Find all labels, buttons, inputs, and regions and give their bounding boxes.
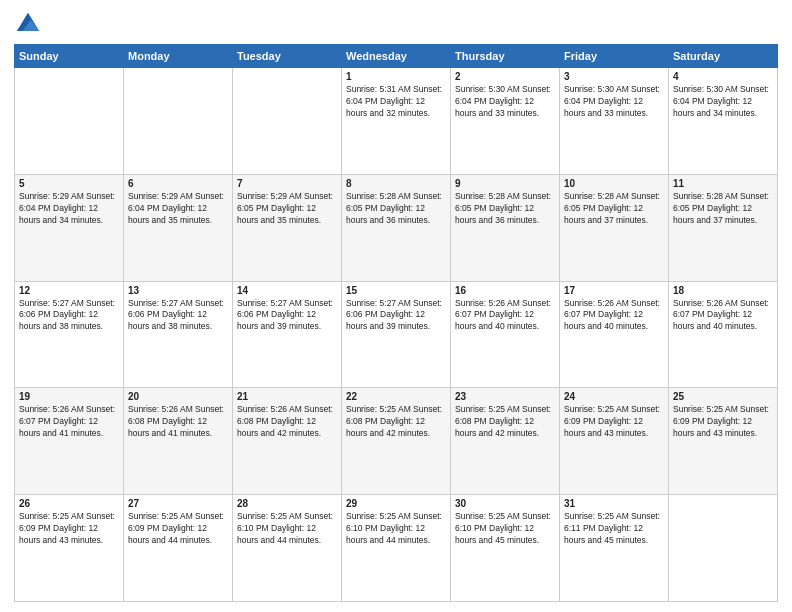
- day-header-tuesday: Tuesday: [233, 45, 342, 68]
- day-header-wednesday: Wednesday: [342, 45, 451, 68]
- day-number: 20: [128, 391, 228, 402]
- week-row-4: 19Sunrise: 5:26 AM Sunset: 6:07 PM Dayli…: [15, 388, 778, 495]
- day-number: 19: [19, 391, 119, 402]
- day-number: 29: [346, 498, 446, 509]
- day-cell: 17Sunrise: 5:26 AM Sunset: 6:07 PM Dayli…: [560, 281, 669, 388]
- day-info: Sunrise: 5:30 AM Sunset: 6:04 PM Dayligh…: [455, 84, 555, 120]
- day-cell: [15, 68, 124, 175]
- day-number: 5: [19, 178, 119, 189]
- calendar-table: SundayMondayTuesdayWednesdayThursdayFrid…: [14, 44, 778, 602]
- day-info: Sunrise: 5:26 AM Sunset: 6:07 PM Dayligh…: [564, 298, 664, 334]
- logo: [14, 10, 46, 38]
- day-number: 15: [346, 285, 446, 296]
- day-number: 12: [19, 285, 119, 296]
- day-number: 26: [19, 498, 119, 509]
- day-cell: 21Sunrise: 5:26 AM Sunset: 6:08 PM Dayli…: [233, 388, 342, 495]
- day-info: Sunrise: 5:25 AM Sunset: 6:09 PM Dayligh…: [19, 511, 119, 547]
- day-info: Sunrise: 5:31 AM Sunset: 6:04 PM Dayligh…: [346, 84, 446, 120]
- day-info: Sunrise: 5:26 AM Sunset: 6:07 PM Dayligh…: [455, 298, 555, 334]
- day-header-sunday: Sunday: [15, 45, 124, 68]
- day-info: Sunrise: 5:26 AM Sunset: 6:08 PM Dayligh…: [128, 404, 228, 440]
- day-number: 21: [237, 391, 337, 402]
- day-cell: 26Sunrise: 5:25 AM Sunset: 6:09 PM Dayli…: [15, 495, 124, 602]
- day-number: 2: [455, 71, 555, 82]
- day-cell: 27Sunrise: 5:25 AM Sunset: 6:09 PM Dayli…: [124, 495, 233, 602]
- day-header-friday: Friday: [560, 45, 669, 68]
- days-header-row: SundayMondayTuesdayWednesdayThursdayFrid…: [15, 45, 778, 68]
- day-info: Sunrise: 5:30 AM Sunset: 6:04 PM Dayligh…: [673, 84, 773, 120]
- day-number: 4: [673, 71, 773, 82]
- day-number: 31: [564, 498, 664, 509]
- day-info: Sunrise: 5:28 AM Sunset: 6:05 PM Dayligh…: [564, 191, 664, 227]
- day-info: Sunrise: 5:25 AM Sunset: 6:09 PM Dayligh…: [564, 404, 664, 440]
- day-info: Sunrise: 5:29 AM Sunset: 6:04 PM Dayligh…: [19, 191, 119, 227]
- day-number: 14: [237, 285, 337, 296]
- day-cell: 3Sunrise: 5:30 AM Sunset: 6:04 PM Daylig…: [560, 68, 669, 175]
- day-info: Sunrise: 5:27 AM Sunset: 6:06 PM Dayligh…: [19, 298, 119, 334]
- day-info: Sunrise: 5:29 AM Sunset: 6:05 PM Dayligh…: [237, 191, 337, 227]
- day-info: Sunrise: 5:27 AM Sunset: 6:06 PM Dayligh…: [346, 298, 446, 334]
- day-number: 25: [673, 391, 773, 402]
- page: SundayMondayTuesdayWednesdayThursdayFrid…: [0, 0, 792, 612]
- day-info: Sunrise: 5:25 AM Sunset: 6:08 PM Dayligh…: [346, 404, 446, 440]
- day-cell: 11Sunrise: 5:28 AM Sunset: 6:05 PM Dayli…: [669, 174, 778, 281]
- week-row-5: 26Sunrise: 5:25 AM Sunset: 6:09 PM Dayli…: [15, 495, 778, 602]
- day-cell: 6Sunrise: 5:29 AM Sunset: 6:04 PM Daylig…: [124, 174, 233, 281]
- day-header-thursday: Thursday: [451, 45, 560, 68]
- day-cell: 30Sunrise: 5:25 AM Sunset: 6:10 PM Dayli…: [451, 495, 560, 602]
- day-number: 1: [346, 71, 446, 82]
- day-cell: 31Sunrise: 5:25 AM Sunset: 6:11 PM Dayli…: [560, 495, 669, 602]
- day-info: Sunrise: 5:25 AM Sunset: 6:10 PM Dayligh…: [237, 511, 337, 547]
- day-number: 23: [455, 391, 555, 402]
- day-cell: 10Sunrise: 5:28 AM Sunset: 6:05 PM Dayli…: [560, 174, 669, 281]
- day-cell: 22Sunrise: 5:25 AM Sunset: 6:08 PM Dayli…: [342, 388, 451, 495]
- day-cell: [669, 495, 778, 602]
- day-cell: 28Sunrise: 5:25 AM Sunset: 6:10 PM Dayli…: [233, 495, 342, 602]
- day-number: 10: [564, 178, 664, 189]
- day-number: 28: [237, 498, 337, 509]
- day-cell: 2Sunrise: 5:30 AM Sunset: 6:04 PM Daylig…: [451, 68, 560, 175]
- day-info: Sunrise: 5:27 AM Sunset: 6:06 PM Dayligh…: [237, 298, 337, 334]
- day-info: Sunrise: 5:26 AM Sunset: 6:07 PM Dayligh…: [673, 298, 773, 334]
- day-cell: [124, 68, 233, 175]
- day-info: Sunrise: 5:28 AM Sunset: 6:05 PM Dayligh…: [455, 191, 555, 227]
- day-info: Sunrise: 5:25 AM Sunset: 6:10 PM Dayligh…: [455, 511, 555, 547]
- week-row-1: 1Sunrise: 5:31 AM Sunset: 6:04 PM Daylig…: [15, 68, 778, 175]
- day-info: Sunrise: 5:25 AM Sunset: 6:09 PM Dayligh…: [673, 404, 773, 440]
- day-number: 11: [673, 178, 773, 189]
- day-info: Sunrise: 5:30 AM Sunset: 6:04 PM Dayligh…: [564, 84, 664, 120]
- day-cell: 15Sunrise: 5:27 AM Sunset: 6:06 PM Dayli…: [342, 281, 451, 388]
- day-cell: [233, 68, 342, 175]
- day-info: Sunrise: 5:29 AM Sunset: 6:04 PM Dayligh…: [128, 191, 228, 227]
- day-cell: 29Sunrise: 5:25 AM Sunset: 6:10 PM Dayli…: [342, 495, 451, 602]
- day-cell: 14Sunrise: 5:27 AM Sunset: 6:06 PM Dayli…: [233, 281, 342, 388]
- day-cell: 4Sunrise: 5:30 AM Sunset: 6:04 PM Daylig…: [669, 68, 778, 175]
- day-info: Sunrise: 5:26 AM Sunset: 6:08 PM Dayligh…: [237, 404, 337, 440]
- header: [14, 10, 778, 38]
- day-cell: 7Sunrise: 5:29 AM Sunset: 6:05 PM Daylig…: [233, 174, 342, 281]
- day-number: 3: [564, 71, 664, 82]
- day-number: 6: [128, 178, 228, 189]
- day-info: Sunrise: 5:28 AM Sunset: 6:05 PM Dayligh…: [346, 191, 446, 227]
- logo-icon: [14, 10, 42, 38]
- day-number: 9: [455, 178, 555, 189]
- day-number: 27: [128, 498, 228, 509]
- day-cell: 25Sunrise: 5:25 AM Sunset: 6:09 PM Dayli…: [669, 388, 778, 495]
- day-number: 17: [564, 285, 664, 296]
- day-cell: 13Sunrise: 5:27 AM Sunset: 6:06 PM Dayli…: [124, 281, 233, 388]
- day-cell: 23Sunrise: 5:25 AM Sunset: 6:08 PM Dayli…: [451, 388, 560, 495]
- day-cell: 8Sunrise: 5:28 AM Sunset: 6:05 PM Daylig…: [342, 174, 451, 281]
- day-info: Sunrise: 5:25 AM Sunset: 6:10 PM Dayligh…: [346, 511, 446, 547]
- day-info: Sunrise: 5:26 AM Sunset: 6:07 PM Dayligh…: [19, 404, 119, 440]
- day-info: Sunrise: 5:27 AM Sunset: 6:06 PM Dayligh…: [128, 298, 228, 334]
- day-number: 22: [346, 391, 446, 402]
- week-row-2: 5Sunrise: 5:29 AM Sunset: 6:04 PM Daylig…: [15, 174, 778, 281]
- day-info: Sunrise: 5:28 AM Sunset: 6:05 PM Dayligh…: [673, 191, 773, 227]
- day-cell: 19Sunrise: 5:26 AM Sunset: 6:07 PM Dayli…: [15, 388, 124, 495]
- day-number: 8: [346, 178, 446, 189]
- day-cell: 1Sunrise: 5:31 AM Sunset: 6:04 PM Daylig…: [342, 68, 451, 175]
- day-cell: 12Sunrise: 5:27 AM Sunset: 6:06 PM Dayli…: [15, 281, 124, 388]
- day-header-saturday: Saturday: [669, 45, 778, 68]
- day-number: 30: [455, 498, 555, 509]
- day-cell: 20Sunrise: 5:26 AM Sunset: 6:08 PM Dayli…: [124, 388, 233, 495]
